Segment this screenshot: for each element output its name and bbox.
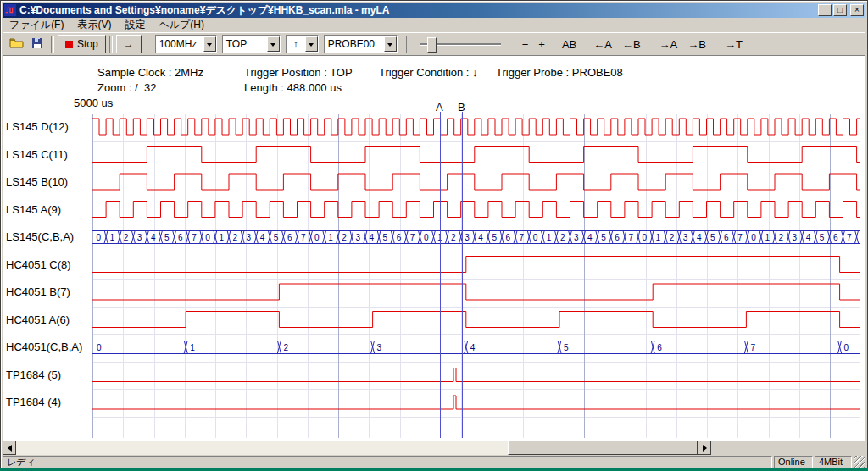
stop-button[interactable]: Stop (58, 35, 106, 53)
trigger-probe-info: Trigger Probe : PROBE08 (496, 66, 623, 79)
trigger-position-info: Trigger Position : TOP (244, 66, 353, 79)
channel-label: LS145 B(10) (6, 175, 68, 188)
channel-label: HC4051 A(6) (6, 313, 70, 326)
horizontal-scrollbar[interactable] (3, 441, 711, 455)
channel-label: HC4051(C,B,A) (6, 341, 82, 353)
cursor-a-label[interactable]: A (436, 101, 443, 114)
left-arrow-icon (4, 445, 12, 452)
menu-help[interactable]: ヘルプ(H) (152, 17, 211, 33)
sample-clock-info: Sample Clock : 2MHz (97, 66, 203, 79)
save-button[interactable] (27, 35, 47, 53)
channel-label: HC4051 C(8) (6, 258, 71, 271)
goto-trigger-button[interactable]: →T (721, 36, 747, 53)
chevron-down-icon[interactable] (267, 36, 280, 52)
channel-label: LS145(C,B,A) (6, 230, 74, 243)
chevron-down-icon[interactable] (203, 36, 216, 52)
toolbar: Stop → 100MHz TOP ↑ PROBE00 − + AB ←A ←B (3, 32, 865, 56)
window-title: C:¥Documents and Settings¥noname¥デスクトップ¥… (19, 3, 816, 18)
menu-settings[interactable]: 設定 (118, 17, 152, 33)
floppy-icon (31, 36, 44, 50)
trigger-probe-value: PROBE00 (325, 38, 384, 50)
resize-grip[interactable] (854, 456, 865, 468)
cursor-b-label[interactable]: B (458, 101, 465, 114)
channel-label: LS145 C(11) (6, 148, 68, 161)
channel-label: HC4051 B(7) (6, 285, 70, 298)
scrollbar-left-arrow[interactable] (3, 441, 16, 455)
sample-rate-value: 100MHz (156, 38, 203, 50)
time-scale-label: 5000 us (74, 97, 113, 109)
zoom-in-button[interactable]: + (534, 36, 549, 53)
trigger-probe-select[interactable]: PROBE00 (324, 35, 398, 53)
move-b-right-button[interactable]: →B (683, 36, 710, 53)
trigger-condition-info: Trigger Condition : ↓ (379, 66, 478, 79)
right-arrow-icon (703, 445, 710, 452)
trigger-position-value: TOP (223, 38, 267, 50)
status-online: Online (774, 456, 813, 468)
move-a-left-button[interactable]: ←A (589, 36, 616, 53)
scrollbar-right-arrow[interactable] (698, 441, 711, 455)
trigger-edge-value: ↑ (287, 38, 305, 50)
open-folder-icon (9, 36, 25, 50)
menubar: ファイル(F) 表示(V) 設定 ヘルプ(H) (3, 18, 865, 32)
menu-file[interactable]: ファイル(F) (3, 17, 70, 33)
move-a-right-button[interactable]: →A (655, 36, 682, 53)
chevron-down-icon[interactable] (384, 36, 397, 52)
channel-label: LS145 D(12) (6, 120, 69, 133)
chevron-down-icon[interactable] (305, 36, 318, 52)
channel-label: LS145 A(9) (6, 203, 61, 216)
length-info: Length : 488.000 us (244, 81, 342, 94)
status-ready: レディ (3, 456, 772, 468)
waveform-pane[interactable] (3, 56, 865, 441)
zoom-info: Zoom : / 32 (97, 81, 156, 94)
open-button[interactable] (7, 35, 27, 53)
scrollbar-thumb[interactable] (508, 441, 698, 455)
stop-label: Stop (77, 38, 98, 50)
toolbar-separator (51, 36, 54, 53)
zoom-out-button[interactable]: − (518, 36, 533, 53)
run-button[interactable]: → (116, 35, 142, 53)
ab-button[interactable]: AB (558, 36, 581, 53)
toolbar-separator (406, 36, 409, 53)
zoom-slider[interactable] (420, 36, 501, 53)
channel-label: TP1684 (5) (6, 368, 61, 381)
app-icon (4, 4, 16, 16)
sample-rate-select[interactable]: 100MHz (155, 35, 217, 53)
toolbar-separator (109, 36, 113, 53)
statusbar: レディ Online 4MBit (3, 456, 865, 468)
maximize-button[interactable]: □ (833, 4, 847, 16)
channel-label: TP1684 (4) (6, 396, 61, 408)
move-b-left-button[interactable]: ←B (618, 36, 645, 53)
minimize-button[interactable]: _ (818, 4, 832, 16)
trigger-position-select[interactable]: TOP (222, 35, 281, 53)
app-window: C:¥Documents and Settings¥noname¥デスクトップ¥… (0, 0, 868, 468)
status-memory: 4MBit (815, 456, 852, 468)
titlebar[interactable]: C:¥Documents and Settings¥noname¥デスクトップ¥… (3, 3, 865, 18)
menu-view[interactable]: 表示(V) (70, 17, 118, 33)
close-button[interactable]: × (850, 4, 864, 16)
trigger-edge-select[interactable]: ↑ (286, 35, 319, 53)
stop-icon (65, 41, 73, 48)
slider-thumb[interactable] (427, 37, 437, 53)
